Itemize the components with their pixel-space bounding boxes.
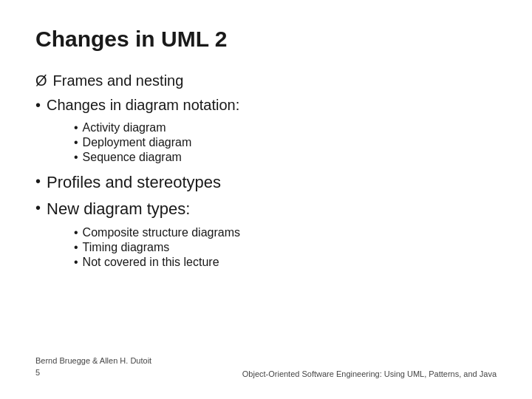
- sub-item-text: Activity diagram: [83, 121, 166, 134]
- sub-bullet: •: [74, 121, 78, 134]
- sub-items-group: • Composite structure diagrams • Timing …: [74, 226, 497, 269]
- slide-footer: Bernd Bruegge & Allen H. Dutoit 5 Object…: [35, 349, 497, 378]
- footer-page: 5: [35, 368, 40, 377]
- item-text: New diagram types:: [47, 200, 190, 219]
- sub-items-group: • Activity diagram • Deployment diagram …: [74, 121, 497, 164]
- list-item: • Not covered in this lecture: [74, 256, 497, 269]
- sub-bullet: •: [74, 241, 78, 254]
- bullet-symbol: •: [35, 173, 41, 190]
- list-item: • Changes in diagram notation:: [35, 97, 497, 114]
- sub-bullet: •: [74, 226, 78, 239]
- sub-bullet: •: [74, 151, 78, 164]
- slide-title: Changes in UML 2: [35, 27, 497, 52]
- item-text: Profiles and stereotypes: [47, 173, 221, 192]
- footer-right: Object-Oriented Software Engineering: Us…: [242, 369, 497, 378]
- list-item: • Activity diagram: [74, 121, 497, 134]
- list-item: Ø Frames and nesting: [35, 72, 497, 89]
- footer-left: Bernd Bruegge & Allen H. Dutoit 5: [35, 355, 151, 378]
- arrow-bullet: Ø: [35, 72, 47, 89]
- bullet-symbol: •: [35, 97, 41, 114]
- footer-author: Bernd Bruegge & Allen H. Dutoit: [35, 356, 151, 365]
- list-item: • Composite structure diagrams: [74, 226, 497, 239]
- list-item: • Deployment diagram: [74, 136, 497, 149]
- list-item: • Profiles and stereotypes: [35, 173, 497, 192]
- item-text: Frames and nesting: [53, 72, 184, 89]
- sub-item-text: Sequence diagram: [83, 151, 182, 164]
- list-item: • Sequence diagram: [74, 151, 497, 164]
- sub-item-text: Not covered in this lecture: [83, 256, 219, 269]
- bullet-symbol: •: [35, 200, 41, 216]
- sub-bullet: •: [74, 256, 78, 269]
- list-item: • New diagram types:: [35, 200, 497, 219]
- slide: Changes in UML 2 Ø Frames and nesting • …: [0, 0, 532, 399]
- sub-item-text: Timing diagrams: [83, 241, 170, 254]
- list-item: • Timing diagrams: [74, 241, 497, 254]
- sub-item-text: Deployment diagram: [83, 136, 192, 149]
- slide-content: Ø Frames and nesting • Changes in diagra…: [35, 72, 497, 349]
- sub-item-text: Composite structure diagrams: [83, 226, 240, 239]
- item-text: Changes in diagram notation:: [47, 97, 239, 114]
- sub-bullet: •: [74, 136, 78, 149]
